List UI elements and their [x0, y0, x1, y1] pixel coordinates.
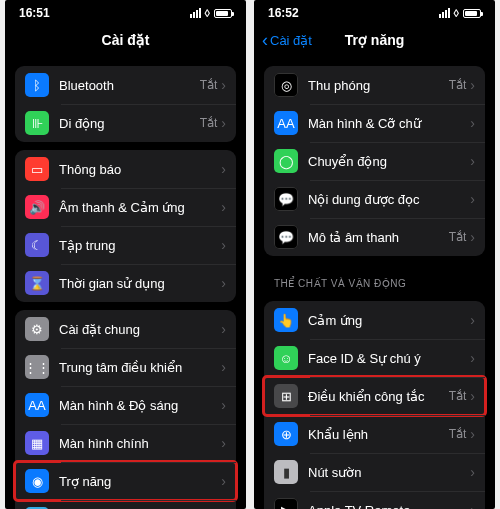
chevron-right-icon: › [470, 312, 475, 328]
settings-row[interactable]: ⊕Khẩu lệnhTắt› [264, 415, 485, 453]
sounds-icon: 🔊 [25, 195, 49, 219]
row-label: Màn hình & Cỡ chữ [308, 116, 470, 131]
chevron-right-icon: › [470, 388, 475, 404]
row-label: Bluetooth [59, 78, 200, 93]
settings-row[interactable]: ☾Tập trung› [15, 226, 236, 264]
settings-screen: 16:51 ◊ Cài đặt ᛒBluetoothTắt›⊪Di độngTắ… [5, 0, 246, 509]
settings-row[interactable]: 👆Cảm ứng› [264, 301, 485, 339]
chevron-right-icon: › [221, 77, 226, 93]
faceid-icon: ☺ [274, 346, 298, 370]
back-button[interactable]: ‹ Cài đặt [262, 31, 312, 49]
row-label: Thời gian sử dụng [59, 276, 221, 291]
bluetooth-icon: ᛒ [25, 73, 49, 97]
settings-row[interactable]: ▭Thông báo› [15, 150, 236, 188]
row-label: Cài đặt chung [59, 322, 221, 337]
accessibility-icon: ◉ [25, 469, 49, 493]
row-label: Trợ năng [59, 474, 221, 489]
signal-icon [439, 8, 450, 18]
chevron-right-icon: › [470, 115, 475, 131]
settings-row[interactable]: ◯Chuyển động› [264, 142, 485, 180]
settings-row[interactable]: ⚙Cài đặt chung› [15, 310, 236, 348]
touch-icon: 👆 [274, 308, 298, 332]
settings-row[interactable]: ✿Hình nền› [15, 500, 236, 509]
accessibility-screen: 16:52 ◊ ‹ Cài đặt Trợ năng ◎Thu phóngTắt… [254, 0, 495, 509]
row-label: Thông báo [59, 162, 221, 177]
status-time: 16:51 [19, 6, 50, 20]
group-header: THỂ CHẤT VÀ VẬN ĐỘNG [254, 264, 495, 293]
row-label: Màn hình chính [59, 436, 221, 451]
row-label: Di động [59, 116, 200, 131]
switch-control-icon: ⊞ [274, 384, 298, 408]
settings-row[interactable]: ☺Face ID & Sự chú ý› [264, 339, 485, 377]
settings-group: ▭Thông báo›🔊Âm thanh & Cảm ứng›☾Tập trun… [15, 150, 236, 302]
status-bar: 16:52 ◊ [254, 0, 495, 22]
motion-icon: ◯ [274, 149, 298, 173]
chevron-right-icon: › [470, 426, 475, 442]
settings-row[interactable]: ⌛Thời gian sử dụng› [15, 264, 236, 302]
apple-tv-icon: ▶ [274, 498, 298, 509]
page-title: Trợ năng [345, 32, 405, 48]
row-label: Mô tả âm thanh [308, 230, 449, 245]
row-label: Face ID & Sự chú ý [308, 351, 470, 366]
row-value: Tắt [200, 116, 218, 130]
settings-row[interactable]: AAMàn hình & Cỡ chữ› [264, 104, 485, 142]
audio-desc-icon: 💬 [274, 225, 298, 249]
nav-bar: ‹ Cài đặt Trợ năng [254, 22, 495, 58]
settings-group: ◎Thu phóngTắt›AAMàn hình & Cỡ chữ›◯Chuyể… [264, 66, 485, 256]
display-icon: AA [25, 393, 49, 417]
battery-icon [463, 9, 481, 18]
settings-row[interactable]: 🔊Âm thanh & Cảm ứng› [15, 188, 236, 226]
status-bar: 16:51 ◊ [5, 0, 246, 22]
settings-row[interactable]: ◎Thu phóngTắt› [264, 66, 485, 104]
chevron-right-icon: › [221, 473, 226, 489]
notifications-icon: ▭ [25, 157, 49, 181]
settings-row[interactable]: ⊪Di độngTắt› [15, 104, 236, 142]
settings-row[interactable]: ▦Màn hình chính› [15, 424, 236, 462]
settings-group: ⚙Cài đặt chung›⋮⋮Trung tâm điều khiển›AA… [15, 310, 236, 509]
chevron-right-icon: › [221, 397, 226, 413]
chevron-right-icon: › [470, 191, 475, 207]
settings-row[interactable]: ▶Apple TV Remote› [264, 491, 485, 509]
battery-icon [214, 9, 232, 18]
voice-control-icon: ⊕ [274, 422, 298, 446]
chevron-right-icon: › [221, 321, 226, 337]
zoom-icon: ◎ [274, 73, 298, 97]
chevron-right-icon: › [221, 275, 226, 291]
row-label: Khẩu lệnh [308, 427, 449, 442]
settings-group: 👆Cảm ứng›☺Face ID & Sự chú ý›⊞Điều khiển… [264, 301, 485, 509]
settings-group: ᛒBluetoothTắt›⊪Di độngTắt› [15, 66, 236, 142]
home-screen-icon: ▦ [25, 431, 49, 455]
settings-row[interactable]: 💬Nội dung được đọc› [264, 180, 485, 218]
settings-row[interactable]: ⊞Điều khiển công tắcTắt› [264, 377, 485, 415]
chevron-right-icon: › [221, 359, 226, 375]
row-label: Âm thanh & Cảm ứng [59, 200, 221, 215]
control-center-icon: ⋮⋮ [25, 355, 49, 379]
chevron-right-icon: › [470, 153, 475, 169]
chevron-right-icon: › [470, 77, 475, 93]
chevron-left-icon: ‹ [262, 31, 268, 49]
general-icon: ⚙ [25, 317, 49, 341]
settings-row[interactable]: 💬Mô tả âm thanhTắt› [264, 218, 485, 256]
screentime-icon: ⌛ [25, 271, 49, 295]
spoken-content-icon: 💬 [274, 187, 298, 211]
focus-icon: ☾ [25, 233, 49, 257]
chevron-right-icon: › [470, 502, 475, 509]
chevron-right-icon: › [221, 435, 226, 451]
row-label: Điều khiển công tắc [308, 389, 449, 404]
row-label: Chuyển động [308, 154, 470, 169]
status-time: 16:52 [268, 6, 299, 20]
settings-row[interactable]: AAMàn hình & Độ sáng› [15, 386, 236, 424]
row-label: Tập trung [59, 238, 221, 253]
row-value: Tắt [449, 389, 467, 403]
settings-row[interactable]: ▮Nút sườn› [264, 453, 485, 491]
row-label: Cảm ứng [308, 313, 470, 328]
row-label: Nội dung được đọc [308, 192, 470, 207]
row-value: Tắt [449, 230, 467, 244]
settings-row[interactable]: ᛒBluetoothTắt› [15, 66, 236, 104]
settings-row[interactable]: ◉Trợ năng› [15, 462, 236, 500]
status-icons: ◊ [439, 7, 481, 19]
row-label: Nút sườn [308, 465, 470, 480]
settings-row[interactable]: ⋮⋮Trung tâm điều khiển› [15, 348, 236, 386]
chevron-right-icon: › [221, 161, 226, 177]
row-label: Thu phóng [308, 78, 449, 93]
